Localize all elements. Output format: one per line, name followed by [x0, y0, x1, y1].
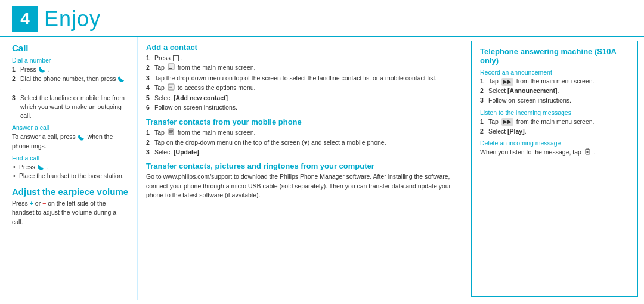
- tm-step-2: 2 Tap on the drop-down menu on the top o…: [146, 138, 463, 147]
- record-subtitle: Record an announcement: [480, 69, 629, 76]
- left-column: Call Dial a number 1 Press . 2 Dial the …: [0, 37, 137, 300]
- square-icon: [173, 55, 179, 61]
- end-bullet-1: Press .: [12, 163, 129, 172]
- earpiece-text: Press + or − on the left side of the han…: [12, 199, 129, 227]
- svg-rect-1: [169, 66, 173, 66]
- transfer-computer-title: Transfer contacts, pictures and ringtone…: [146, 162, 463, 170]
- call-section-title: Call: [12, 43, 129, 53]
- delete-text: When you listen to the message, tap .: [480, 148, 629, 157]
- add-step-1: 1 Press .: [146, 54, 463, 63]
- svg-rect-3: [169, 68, 172, 69]
- listen-step-2: 2 Select [Play].: [480, 127, 629, 136]
- rec-step-2: 2 Select [Announcement].: [480, 86, 629, 95]
- rec-step-1: 1 Tap ▶▶ from the main menu screen.: [480, 77, 629, 86]
- phone-icon-2: [117, 75, 126, 82]
- end-subtitle: End a call: [12, 154, 129, 162]
- listen-step-1: 1 Tap ▶▶ from the main menu screen.: [480, 117, 629, 126]
- svg-rect-8: [169, 131, 173, 132]
- delete-icon: [584, 148, 591, 157]
- phone-book-icon: [168, 128, 175, 138]
- phone-icon-3: [78, 133, 88, 140]
- earpiece-section-title: Adjust the earpiece volume: [12, 187, 129, 197]
- answer-subtitle: Answer a call: [12, 124, 129, 131]
- phone-icon-end: [37, 163, 47, 170]
- listen-subtitle: Listen to the incoming messages: [480, 109, 629, 116]
- add-step-2: 2 Tap from the main menu screen.: [146, 63, 463, 73]
- record-steps: 1 Tap ▶▶ from the main menu screen. 2 Se…: [480, 77, 629, 106]
- transfer-mobile-title: Transfer contacts from your mobile phone: [146, 117, 463, 126]
- page-header: 4 Enjoy: [0, 0, 644, 37]
- menu-icon: [168, 63, 175, 73]
- end-bullet-2: Place the handset to the base station.: [12, 172, 129, 181]
- svg-rect-7: [169, 130, 173, 131]
- options-icon: ≡: [168, 83, 175, 93]
- play-icon: ▶▶: [501, 78, 513, 86]
- add-contact-steps: 1 Press . 2 Tap from the main menu scree…: [146, 54, 463, 113]
- phone-icon: [38, 66, 48, 73]
- delete-subtitle: Delete an incoming message: [480, 139, 629, 147]
- transfer-mobile-steps: 1 Tap from the main menu screen. 2 Tap o…: [146, 128, 463, 157]
- play-icon-2: ▶▶: [501, 118, 513, 126]
- svg-rect-2: [169, 67, 173, 67]
- listen-steps: 1 Tap ▶▶ from the main menu screen. 2 Se…: [480, 117, 629, 136]
- right-column: Telephone answering machine (S10A only) …: [471, 41, 638, 297]
- add-step-6: 6 Follow on-screen instructions.: [146, 103, 463, 112]
- svg-rect-9: [169, 132, 172, 133]
- chapter-title: Enjoy: [44, 7, 101, 32]
- dial-steps-list: 1 Press . 2 Dial the phone number, then …: [12, 65, 129, 120]
- add-step-3: 3 Tap the drop-down menu on top of the s…: [146, 74, 463, 83]
- tm-step-3: 3 Select [Update].: [146, 148, 463, 157]
- transfer-computer-text: Go to www.philips.com/support to downloa…: [146, 172, 463, 200]
- dial-step-1: 1 Press .: [12, 65, 129, 74]
- add-step-5: 5 Select [Add new contact]: [146, 94, 463, 103]
- middle-column: Add a contact 1 Press . 2 Tap from the m…: [137, 37, 471, 300]
- dial-step-3: 3 Select the landline or mobile line fro…: [12, 94, 129, 121]
- svg-text:≡: ≡: [169, 85, 172, 90]
- add-contact-title: Add a contact: [146, 43, 463, 52]
- tm-step-1: 1 Tap from the main menu screen.: [146, 128, 463, 138]
- end-bullets-list: Press . Place the handset to the base st…: [12, 163, 129, 181]
- dial-step-2: 2 Dial the phone number, then press .: [12, 75, 129, 92]
- tam-main-title: Telephone answering machine (S10A only): [480, 47, 629, 65]
- svg-rect-12: [587, 148, 589, 150]
- minus-sign: −: [42, 200, 46, 207]
- dial-subtitle: Dial a number: [12, 57, 129, 64]
- answer-text: To answer a call, press when the phone r…: [12, 132, 129, 150]
- content-area: Call Dial a number 1 Press . 2 Dial the …: [0, 37, 644, 300]
- chapter-number: 4: [12, 6, 38, 32]
- add-step-4: 4 Tap ≡ to access the options menu.: [146, 83, 463, 93]
- rec-step-3: 3 Follow on-screen instructions.: [480, 96, 629, 105]
- plus-sign: +: [30, 200, 33, 207]
